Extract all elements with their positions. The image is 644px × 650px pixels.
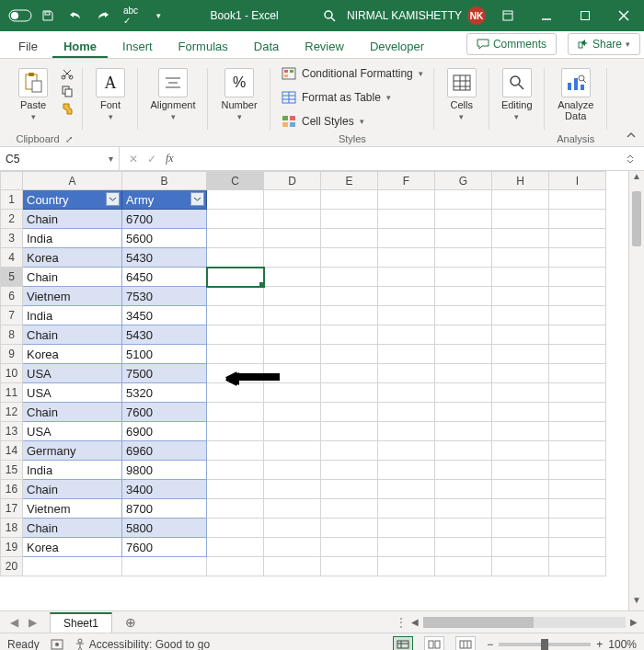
sheet-tab-active[interactable]: Sheet1 — [50, 612, 112, 633]
row-header[interactable]: 10 — [1, 364, 23, 383]
filter-button[interactable] — [106, 192, 120, 206]
table-cell[interactable]: Chain — [23, 480, 122, 499]
table-cell[interactable]: 3400 — [122, 480, 207, 499]
row-header[interactable]: 15 — [1, 461, 23, 480]
table-header-cell[interactable]: Army — [122, 190, 207, 210]
account-area[interactable]: NIRMAL KAMISHETTY NK — [347, 6, 486, 25]
cells-button[interactable]: Cells ▾ — [442, 64, 482, 125]
cell[interactable] — [378, 538, 435, 557]
macro-record-icon[interactable] — [51, 639, 63, 650]
cell[interactable] — [321, 268, 378, 287]
redo-button[interactable] — [90, 4, 116, 28]
cell[interactable] — [207, 210, 264, 229]
table-cell[interactable]: 7500 — [122, 364, 207, 383]
tab-scroll-right[interactable]: ▶ — [24, 616, 40, 629]
table-cell[interactable]: India — [23, 306, 122, 325]
table-cell[interactable]: 5430 — [122, 325, 207, 345]
cell[interactable] — [207, 422, 264, 441]
scroll-left-icon[interactable]: ◀ — [408, 617, 421, 627]
search-button[interactable] — [317, 4, 341, 28]
table-cell[interactable]: Korea — [23, 345, 122, 364]
table-cell[interactable]: Germany — [23, 441, 122, 461]
cell[interactable] — [549, 538, 606, 557]
new-sheet-button[interactable]: ⊕ — [120, 615, 142, 630]
cell[interactable] — [321, 383, 378, 403]
table-cell[interactable]: 7600 — [122, 538, 207, 557]
cell[interactable] — [435, 364, 492, 383]
cell[interactable] — [492, 557, 549, 576]
cell[interactable] — [264, 190, 321, 210]
cell[interactable] — [549, 461, 606, 480]
cell[interactable] — [207, 345, 264, 364]
cell[interactable] — [264, 461, 321, 480]
cell[interactable] — [23, 557, 122, 576]
cell[interactable] — [207, 268, 264, 287]
cell[interactable] — [378, 403, 435, 422]
tab-formulas[interactable]: Formulas — [167, 34, 239, 58]
column-header[interactable]: A — [23, 172, 122, 190]
table-cell[interactable]: USA — [23, 364, 122, 383]
close-button[interactable] — [607, 0, 640, 31]
row-header[interactable]: 19 — [1, 538, 23, 557]
tab-data[interactable]: Data — [243, 34, 290, 58]
cell[interactable] — [321, 248, 378, 268]
cell[interactable] — [321, 287, 378, 306]
table-cell[interactable]: Chain — [23, 210, 122, 229]
cell[interactable] — [435, 383, 492, 403]
cell[interactable] — [321, 229, 378, 248]
cell[interactable] — [492, 422, 549, 441]
cell[interactable] — [264, 325, 321, 345]
cell[interactable] — [207, 480, 264, 499]
cell[interactable] — [492, 538, 549, 557]
table-cell[interactable]: USA — [23, 422, 122, 441]
cell[interactable] — [492, 519, 549, 538]
cell[interactable] — [207, 306, 264, 325]
page-break-view-button[interactable] — [455, 636, 476, 651]
cell[interactable] — [321, 345, 378, 364]
cell[interactable] — [264, 557, 321, 576]
row-header[interactable]: 13 — [1, 422, 23, 441]
page-layout-view-button[interactable] — [424, 636, 444, 651]
cell[interactable] — [549, 306, 606, 325]
cell[interactable] — [207, 287, 264, 306]
scroll-thumb[interactable] — [423, 617, 534, 628]
cell[interactable] — [549, 345, 606, 364]
zoom-in-button[interactable]: + — [596, 638, 603, 651]
cell[interactable] — [378, 190, 435, 210]
cell[interactable] — [321, 538, 378, 557]
minimize-button[interactable] — [530, 0, 563, 31]
cell[interactable] — [549, 383, 606, 403]
scroll-down-icon[interactable]: ▼ — [629, 595, 644, 610]
tab-developer[interactable]: Developer — [359, 34, 435, 58]
table-cell[interactable]: Chain — [23, 403, 122, 422]
cell[interactable] — [321, 403, 378, 422]
cell[interactable] — [435, 190, 492, 210]
cell[interactable] — [321, 557, 378, 576]
fx-icon[interactable]: fx — [166, 152, 174, 165]
cell[interactable] — [264, 480, 321, 499]
table-cell[interactable]: Vietnem — [23, 499, 122, 519]
autosave-toggle[interactable] — [7, 4, 33, 28]
row-header[interactable]: 12 — [1, 403, 23, 422]
cell[interactable] — [492, 306, 549, 325]
table-cell[interactable]: India — [23, 229, 122, 248]
table-cell[interactable]: Chain — [23, 519, 122, 538]
row-header[interactable]: 17 — [1, 499, 23, 519]
font-button[interactable]: A Font ▾ — [90, 64, 131, 125]
alignment-button[interactable]: Alignment ▾ — [145, 64, 201, 125]
table-cell[interactable]: 6700 — [122, 210, 207, 229]
number-button[interactable]: % Number ▾ — [215, 64, 263, 125]
cut-button[interactable] — [59, 66, 75, 81]
row-header[interactable]: 7 — [1, 306, 23, 325]
maximize-button[interactable] — [569, 0, 602, 31]
cell[interactable] — [378, 210, 435, 229]
ribbon-display-button[interactable] — [491, 0, 524, 31]
cell[interactable] — [321, 519, 378, 538]
cell[interactable] — [492, 190, 549, 210]
cell[interactable] — [207, 190, 264, 210]
select-all-button[interactable] — [1, 172, 23, 190]
cell[interactable] — [549, 422, 606, 441]
cell[interactable] — [492, 248, 549, 268]
share-button[interactable]: Share ▾ — [568, 33, 640, 55]
tab-insert[interactable]: Insert — [111, 34, 164, 58]
